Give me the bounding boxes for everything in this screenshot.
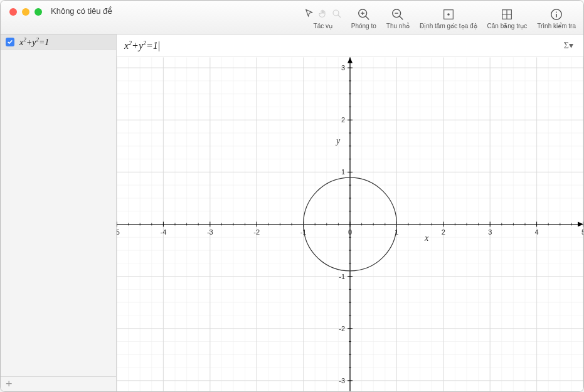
titlebar: Không có tiêu đề Tác vụ [1, 1, 583, 34]
app-window: Không có tiêu đề Tác vụ [0, 0, 584, 392]
svg-text:5: 5 [581, 228, 583, 236]
svg-text:4: 4 [535, 228, 539, 236]
toolbar: Tác vụ Phóng to Thu nhỏ Định tâm gốc tọa… [304, 1, 581, 34]
add-equation-button[interactable]: + [6, 378, 13, 391]
sidebar-footer: + [1, 376, 116, 391]
plot-area[interactable]: -5-4-3-2-1012345-3-2-1123xy [117, 57, 583, 391]
sidebar: x2+y2=1 + [1, 34, 117, 391]
equation-list: x2+y2=1 [1, 34, 116, 376]
svg-text:-5: -5 [117, 228, 120, 236]
inspector-button[interactable]: Trình kiểm tra [532, 5, 581, 31]
content-area: x2+y2=1 Σ▾ -5-4-3-2-1012345-3-2-1123xy [117, 34, 583, 391]
svg-line-3 [366, 16, 369, 19]
zoom-window-button[interactable] [35, 8, 42, 16]
zoom-in-button[interactable]: Phóng to [346, 5, 381, 31]
equation-expr: x2+y2=1 [19, 36, 49, 48]
svg-text:2: 2 [341, 116, 345, 124]
pointer-tool[interactable] [304, 8, 315, 21]
actions-label: Tác vụ [314, 23, 332, 29]
svg-text:-2: -2 [253, 228, 260, 236]
svg-line-7 [400, 16, 403, 19]
svg-text:2: 2 [442, 228, 445, 236]
equation-input[interactable]: x2+y2=1 [124, 40, 159, 52]
svg-text:3: 3 [488, 228, 492, 236]
svg-text:3: 3 [341, 64, 345, 72]
svg-text:0: 0 [348, 228, 352, 236]
center-origin-button[interactable]: Định tâm gốc tọa độ [415, 5, 482, 31]
minimize-window-button[interactable] [22, 8, 29, 16]
svg-text:x: x [424, 233, 429, 243]
equation-input-bar: x2+y2=1 Σ▾ [117, 34, 583, 57]
svg-text:-3: -3 [207, 228, 213, 236]
main-area: x2+y2=1 + x2+y2=1 Σ▾ -5-4-3-2-1012345-3-… [1, 34, 583, 391]
svg-point-10 [447, 13, 450, 16]
svg-text:-1: -1 [339, 273, 345, 280]
svg-text:-3: -3 [339, 377, 345, 384]
equation-row[interactable]: x2+y2=1 [1, 34, 116, 50]
svg-text:1: 1 [341, 168, 345, 176]
actions-tool-group: Tác vụ [304, 6, 342, 29]
equation-visible-checkbox[interactable] [6, 38, 14, 46]
svg-text:-2: -2 [339, 325, 345, 332]
hand-tool[interactable] [317, 8, 329, 21]
window-controls [1, 1, 42, 16]
close-window-button[interactable] [9, 8, 17, 16]
equalize-axes-button[interactable]: Cân bằng trục [482, 5, 533, 31]
plot-canvas[interactable]: -5-4-3-2-1012345-3-2-1123xy [117, 57, 583, 391]
sigma-menu[interactable]: Σ▾ [561, 39, 576, 52]
svg-text:-4: -4 [161, 228, 167, 236]
svg-line-1 [337, 15, 341, 18]
magnifier-tool[interactable] [331, 8, 342, 21]
zoom-out-button[interactable]: Thu nhỏ [381, 5, 415, 31]
window-title: Không có tiêu đề [51, 6, 112, 16]
svg-point-15 [556, 11, 557, 13]
svg-text:y: y [335, 136, 341, 146]
